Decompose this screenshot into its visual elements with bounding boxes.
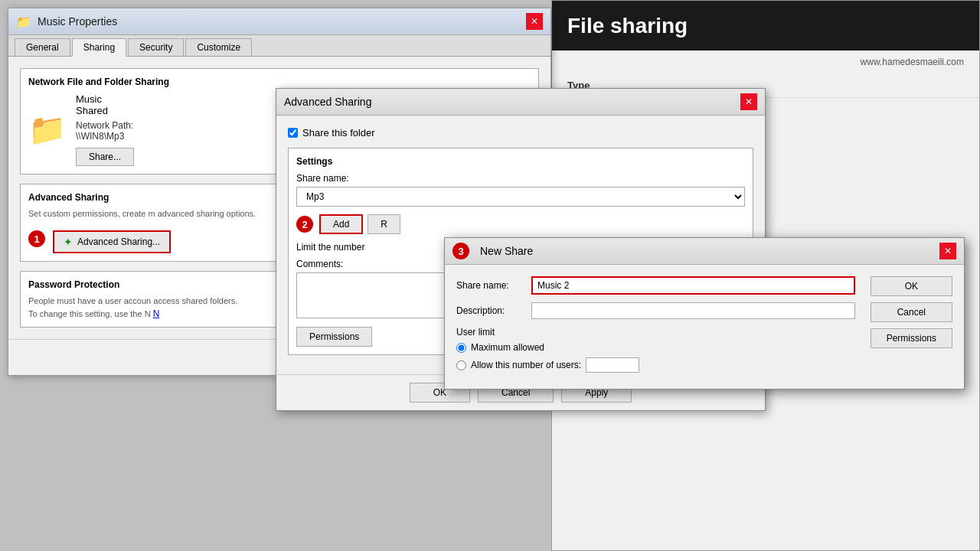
new-share-dialog: 3 New Share ✕ Share name: Description: U… <box>444 237 965 390</box>
limit-label: Limit the number <box>296 242 364 253</box>
password-desc2-text: To change this setting, use the N <box>28 309 151 318</box>
tab-general[interactable]: General <box>15 38 70 56</box>
folder-details: Music Shared Network Path: \\WIN8\Mp3 Sh… <box>76 93 134 166</box>
new-share-content: Share name: Description: User limit Maxi… <box>445 265 964 389</box>
step3-badge: 3 <box>452 243 469 259</box>
max-allowed-label: Maximum allowed <box>471 342 544 353</box>
advanced-sharing-dialog-titlebar: Advanced Sharing ✕ <box>276 89 765 116</box>
advanced-sharing-dialog-title: Advanced Sharing <box>284 96 371 108</box>
music-properties-close-button[interactable]: ✕ <box>526 13 543 30</box>
settings-label: Settings <box>296 156 745 167</box>
share-button[interactable]: Share... <box>76 148 134 166</box>
allow-number-radio[interactable] <box>456 360 466 370</box>
share-name-select[interactable]: Mp3 <box>296 187 745 207</box>
ns-description-label: Description: <box>456 305 525 316</box>
share-name-label: Share name: <box>296 173 745 184</box>
ns-description-input[interactable] <box>531 302 855 319</box>
shared-folder-icon: 📁 <box>28 112 67 148</box>
network-path-label: Network Path: \\WIN8\Mp3 <box>76 120 134 142</box>
share-name-form-row: Share name: <box>456 276 855 295</box>
new-share-title-wrap: 3 New Share <box>452 243 533 259</box>
ns-ok-button[interactable]: OK <box>871 276 952 296</box>
user-limit-title: User limit <box>456 327 855 337</box>
tab-sharing[interactable]: Sharing <box>72 38 126 57</box>
dialog-title: 📁 Music Properties <box>16 15 117 29</box>
ns-permissions-button[interactable]: Permissions <box>871 328 952 348</box>
folder-status: Shared <box>76 105 134 116</box>
network-sharing-title: Network File and Folder Sharing <box>28 77 531 87</box>
remove-share-button[interactable]: R <box>368 214 400 234</box>
allow-number-label: Allow this number of users: <box>471 360 581 370</box>
share-this-folder-row: Share this folder <box>288 127 753 139</box>
ns-share-name-label: Share name: <box>456 280 525 291</box>
add-remove-btn-row: 2 Add R <box>296 214 745 234</box>
advanced-sharing-icon: ✦ <box>64 236 73 248</box>
share-this-folder-label: Share this folder <box>302 127 375 139</box>
music-properties-titlebar: 📁 Music Properties ✕ <box>8 8 550 35</box>
file-sharing-header: File sharing <box>552 1 979 51</box>
new-share-close-button[interactable]: ✕ <box>939 243 956 259</box>
add-share-button[interactable]: Add <box>319 214 363 234</box>
max-allowed-radio[interactable] <box>456 343 466 353</box>
tabs-bar: General Sharing Security Customize <box>8 35 550 57</box>
description-form-row: Description: <box>456 302 855 319</box>
file-sharing-title: File sharing <box>567 14 688 38</box>
network-settings-link[interactable]: N <box>153 308 160 319</box>
folder-title-icon: 📁 <box>16 15 31 29</box>
ns-cancel-button[interactable]: Cancel <box>871 302 952 322</box>
new-share-actions: OK Cancel Permissions <box>867 265 964 389</box>
new-share-title: New Share <box>480 245 533 257</box>
advanced-sharing-button[interactable]: ✦ Advanced Sharing... <box>53 230 171 253</box>
user-count-input[interactable] <box>586 357 639 373</box>
tab-customize[interactable]: Customize <box>185 38 252 56</box>
share-this-folder-checkbox[interactable] <box>288 128 298 138</box>
step1-badge: 1 <box>28 230 45 247</box>
folder-name: Music <box>76 93 134 105</box>
new-share-form: Share name: Description: User limit Maxi… <box>445 265 867 389</box>
share-name-row: Mp3 <box>296 187 745 207</box>
max-allowed-radio-row: Maximum allowed <box>456 342 855 353</box>
website-label: www.hamedesmaeili.com <box>552 51 979 73</box>
new-share-titlebar: 3 New Share ✕ <box>445 238 964 265</box>
step2-badge: 2 <box>296 216 313 233</box>
advanced-sharing-button-label: Advanced Sharing... <box>77 236 160 247</box>
allow-number-radio-row: Allow this number of users: <box>456 357 855 373</box>
advanced-sharing-close-button[interactable]: ✕ <box>740 93 757 110</box>
tab-security[interactable]: Security <box>128 38 184 56</box>
dialog-title-text: Music Properties <box>38 15 117 28</box>
permissions-button[interactable]: Permissions <box>296 327 372 347</box>
user-limit-section: User limit Maximum allowed Allow this nu… <box>456 327 855 373</box>
network-path-value: \\WIN8\Mp3 <box>76 131 124 142</box>
ns-share-name-input[interactable] <box>531 276 855 295</box>
network-path-text-label: Network Path: <box>76 120 133 131</box>
